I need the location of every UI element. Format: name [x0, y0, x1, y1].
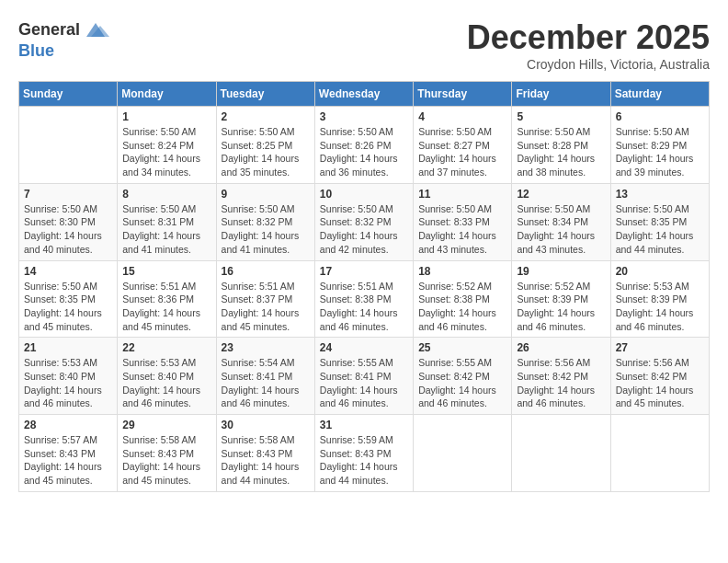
- day-info: Sunrise: 5:50 AMSunset: 8:35 PMDaylight:…: [24, 280, 112, 334]
- day-number: 18: [418, 265, 506, 278]
- calendar-week-5: 28Sunrise: 5:57 AMSunset: 8:43 PMDayligh…: [19, 415, 710, 492]
- day-number: 19: [517, 265, 605, 278]
- day-number: 9: [222, 188, 310, 201]
- day-number: 24: [320, 341, 408, 354]
- table-row: 15Sunrise: 5:51 AMSunset: 8:36 PMDayligh…: [118, 260, 216, 338]
- day-number: 29: [122, 419, 210, 431]
- day-info: Sunrise: 5:50 AMSunset: 8:29 PMDaylight:…: [616, 125, 704, 179]
- day-info: Sunrise: 5:50 AMSunset: 8:31 PMDaylight:…: [122, 202, 210, 257]
- table-row: 30Sunrise: 5:58 AMSunset: 8:43 PMDayligh…: [216, 415, 314, 492]
- day-number: 14: [24, 265, 112, 278]
- table-row: 19Sunrise: 5:52 AMSunset: 8:39 PMDayligh…: [512, 260, 610, 338]
- calendar-week-4: 21Sunrise: 5:53 AMSunset: 8:40 PMDayligh…: [19, 338, 710, 415]
- table-row: [512, 415, 610, 492]
- day-number: 4: [418, 110, 506, 123]
- day-number: 26: [517, 341, 605, 354]
- header-wednesday: Wednesday: [314, 82, 413, 107]
- day-number: 16: [222, 265, 310, 278]
- day-number: 28: [24, 419, 112, 431]
- day-number: 7: [24, 188, 112, 201]
- day-number: 25: [418, 341, 506, 354]
- day-info: Sunrise: 5:52 AMSunset: 8:38 PMDaylight:…: [418, 280, 506, 334]
- table-row: 21Sunrise: 5:53 AMSunset: 8:40 PMDayligh…: [19, 338, 118, 415]
- day-info: Sunrise: 5:53 AMSunset: 8:40 PMDaylight:…: [24, 356, 112, 410]
- subtitle: Croydon Hills, Victoria, Australia: [467, 57, 710, 72]
- day-info: Sunrise: 5:50 AMSunset: 8:33 PMDaylight:…: [418, 202, 506, 257]
- day-number: 6: [616, 110, 704, 123]
- day-number: 23: [222, 341, 310, 354]
- logo: General Blue: [18, 18, 109, 61]
- day-info: Sunrise: 5:50 AMSunset: 8:24 PMDaylight:…: [122, 125, 210, 179]
- day-info: Sunrise: 5:52 AMSunset: 8:39 PMDaylight:…: [517, 280, 605, 334]
- table-row: 23Sunrise: 5:54 AMSunset: 8:41 PMDayligh…: [216, 338, 314, 415]
- day-info: Sunrise: 5:51 AMSunset: 8:36 PMDaylight:…: [122, 280, 210, 334]
- table-row: 4Sunrise: 5:50 AMSunset: 8:27 PMDaylight…: [414, 107, 512, 184]
- calendar-week-3: 14Sunrise: 5:50 AMSunset: 8:35 PMDayligh…: [19, 260, 710, 338]
- day-info: Sunrise: 5:50 AMSunset: 8:26 PMDaylight:…: [320, 125, 408, 179]
- table-row: 8Sunrise: 5:50 AMSunset: 8:31 PMDaylight…: [118, 183, 216, 260]
- day-info: Sunrise: 5:53 AMSunset: 8:40 PMDaylight:…: [122, 356, 210, 410]
- table-row: 22Sunrise: 5:53 AMSunset: 8:40 PMDayligh…: [118, 338, 216, 415]
- day-info: Sunrise: 5:51 AMSunset: 8:38 PMDaylight:…: [320, 280, 408, 334]
- table-row: 10Sunrise: 5:50 AMSunset: 8:32 PMDayligh…: [314, 183, 413, 260]
- table-row: 3Sunrise: 5:50 AMSunset: 8:26 PMDaylight…: [314, 107, 413, 184]
- day-info: Sunrise: 5:59 AMSunset: 8:43 PMDaylight:…: [320, 433, 408, 488]
- calendar-header-row: Sunday Monday Tuesday Wednesday Thursday…: [19, 82, 710, 107]
- header: General Blue December 2025 Croydon Hills…: [18, 18, 710, 72]
- calendar-week-2: 7Sunrise: 5:50 AMSunset: 8:30 PMDaylight…: [19, 183, 710, 260]
- day-number: 13: [616, 188, 704, 201]
- table-row: 17Sunrise: 5:51 AMSunset: 8:38 PMDayligh…: [314, 260, 413, 338]
- table-row: 9Sunrise: 5:50 AMSunset: 8:32 PMDaylight…: [216, 183, 314, 260]
- day-info: Sunrise: 5:53 AMSunset: 8:39 PMDaylight:…: [616, 280, 704, 334]
- day-number: 2: [222, 110, 310, 123]
- day-number: 1: [122, 110, 210, 123]
- table-row: 24Sunrise: 5:55 AMSunset: 8:41 PMDayligh…: [314, 338, 413, 415]
- table-row: 12Sunrise: 5:50 AMSunset: 8:34 PMDayligh…: [512, 183, 610, 260]
- calendar-week-1: 1Sunrise: 5:50 AMSunset: 8:24 PMDaylight…: [19, 107, 710, 184]
- day-number: 10: [320, 188, 408, 201]
- day-number: 3: [320, 110, 408, 123]
- logo-icon: [82, 18, 109, 41]
- table-row: 20Sunrise: 5:53 AMSunset: 8:39 PMDayligh…: [610, 260, 709, 338]
- day-info: Sunrise: 5:55 AMSunset: 8:42 PMDaylight:…: [418, 356, 506, 410]
- day-info: Sunrise: 5:50 AMSunset: 8:28 PMDaylight:…: [517, 125, 605, 179]
- table-row: 31Sunrise: 5:59 AMSunset: 8:43 PMDayligh…: [314, 415, 413, 492]
- day-info: Sunrise: 5:50 AMSunset: 8:32 PMDaylight:…: [222, 202, 310, 257]
- page-container: General Blue December 2025 Croydon Hills…: [18, 18, 710, 492]
- day-number: 5: [517, 110, 605, 123]
- table-row: 5Sunrise: 5:50 AMSunset: 8:28 PMDaylight…: [512, 107, 610, 184]
- day-info: Sunrise: 5:58 AMSunset: 8:43 PMDaylight:…: [222, 433, 310, 488]
- month-title: December 2025: [467, 18, 710, 57]
- logo-general: General: [18, 20, 80, 40]
- day-info: Sunrise: 5:56 AMSunset: 8:42 PMDaylight:…: [616, 356, 704, 410]
- title-area: December 2025 Croydon Hills, Victoria, A…: [467, 18, 710, 72]
- table-row: 26Sunrise: 5:56 AMSunset: 8:42 PMDayligh…: [512, 338, 610, 415]
- day-number: 20: [616, 265, 704, 278]
- day-info: Sunrise: 5:50 AMSunset: 8:27 PMDaylight:…: [418, 125, 506, 179]
- calendar: Sunday Monday Tuesday Wednesday Thursday…: [18, 81, 710, 492]
- day-info: Sunrise: 5:58 AMSunset: 8:43 PMDaylight:…: [122, 433, 210, 488]
- table-row: 6Sunrise: 5:50 AMSunset: 8:29 PMDaylight…: [610, 107, 709, 184]
- table-row: 25Sunrise: 5:55 AMSunset: 8:42 PMDayligh…: [414, 338, 512, 415]
- header-thursday: Thursday: [414, 82, 512, 107]
- table-row: 29Sunrise: 5:58 AMSunset: 8:43 PMDayligh…: [118, 415, 216, 492]
- table-row: 16Sunrise: 5:51 AMSunset: 8:37 PMDayligh…: [216, 260, 314, 338]
- table-row: [19, 107, 118, 184]
- day-number: 31: [320, 419, 408, 431]
- table-row: 14Sunrise: 5:50 AMSunset: 8:35 PMDayligh…: [19, 260, 118, 338]
- day-info: Sunrise: 5:50 AMSunset: 8:35 PMDaylight:…: [616, 202, 704, 257]
- header-sunday: Sunday: [19, 82, 118, 107]
- day-info: Sunrise: 5:55 AMSunset: 8:41 PMDaylight:…: [320, 356, 408, 410]
- table-row: 2Sunrise: 5:50 AMSunset: 8:25 PMDaylight…: [216, 107, 314, 184]
- day-number: 30: [222, 419, 310, 431]
- header-monday: Monday: [118, 82, 216, 107]
- header-tuesday: Tuesday: [216, 82, 314, 107]
- header-friday: Friday: [512, 82, 610, 107]
- day-number: 15: [122, 265, 210, 278]
- day-info: Sunrise: 5:50 AMSunset: 8:25 PMDaylight:…: [222, 125, 310, 179]
- day-info: Sunrise: 5:50 AMSunset: 8:34 PMDaylight:…: [517, 202, 605, 257]
- table-row: [610, 415, 709, 492]
- header-saturday: Saturday: [610, 82, 709, 107]
- table-row: [414, 415, 512, 492]
- day-info: Sunrise: 5:57 AMSunset: 8:43 PMDaylight:…: [24, 433, 112, 488]
